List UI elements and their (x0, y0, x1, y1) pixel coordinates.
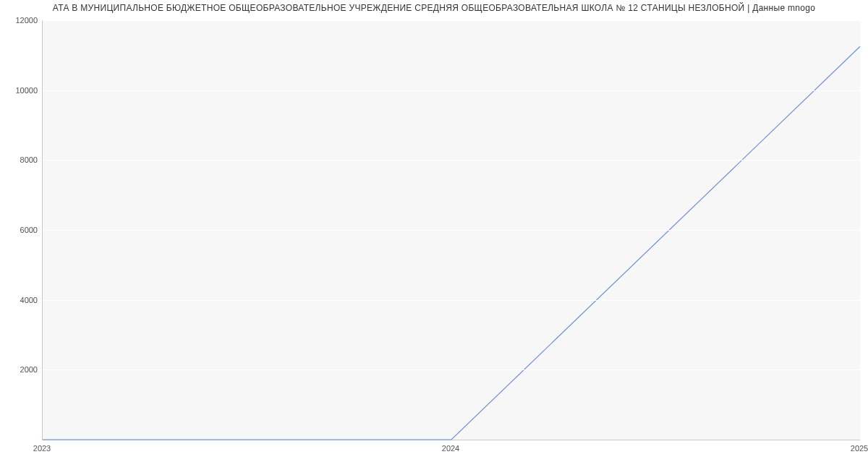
grid-line (43, 230, 860, 231)
grid-line (43, 369, 860, 370)
y-tick-label: 10000 (4, 86, 38, 95)
x-tick-label: 2023 (33, 444, 51, 453)
plot-area (42, 20, 860, 440)
y-tick-label: 2000 (4, 365, 38, 374)
y-tick-label: 6000 (4, 226, 38, 234)
y-tick-label: 8000 (4, 155, 38, 164)
x-tick-label: 2025 (851, 444, 868, 453)
series-line (43, 46, 860, 440)
y-tick-label: 4000 (4, 296, 38, 304)
x-tick-label: 2024 (442, 444, 459, 453)
chart-title: АТА В МУНИЦИПАЛЬНОЕ БЮДЖЕТНОЕ ОБЩЕОБРАЗО… (0, 3, 868, 13)
grid-line (43, 90, 860, 91)
grid-line (43, 20, 860, 21)
y-tick-label: 12000 (4, 16, 38, 25)
grid-line (43, 300, 860, 301)
grid-line (43, 160, 860, 161)
